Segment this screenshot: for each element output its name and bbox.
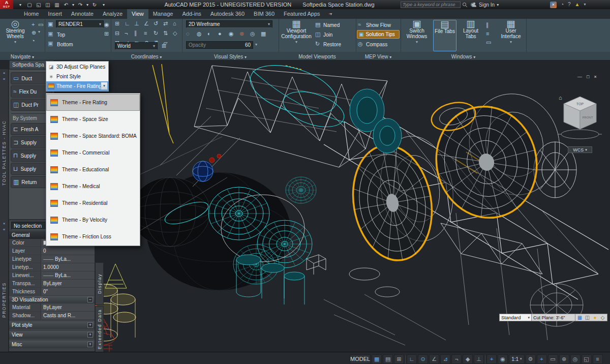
ortho-icon[interactable]: ∟ <box>407 354 417 364</box>
clean-screen-icon[interactable]: ◱ <box>582 354 592 364</box>
menu-item-3d-adjust-clip-planes[interactable]: ◪ 3D Adjust Clip Planes <box>46 62 108 72</box>
pan-icon[interactable]: + <box>32 22 35 27</box>
viewcube-top-label[interactable]: TOP <box>576 102 584 106</box>
style-wireframe-icon[interactable]: ◌ <box>186 31 190 37</box>
redo-icon[interactable]: ↷ <box>76 2 84 8</box>
magnifier-icon[interactable]: ◉ <box>104 22 109 27</box>
tab-extended-data[interactable]: Extended Data <box>95 306 104 353</box>
ucs-world-icon[interactable]: ∟ <box>125 21 130 26</box>
section-plot-style[interactable]: Plot style + <box>9 321 95 329</box>
property-row-layer[interactable]: Layer 0 <box>9 247 95 255</box>
opacity-slider[interactable]: Opacity 60 <box>186 41 253 49</box>
user-interface-button[interactable]: ▦ User Interface ▾ <box>497 20 525 51</box>
close-icon[interactable]: × <box>3 221 6 226</box>
tab-autodesk360[interactable]: Autodesk 360 <box>206 9 249 19</box>
settings-gear-icon[interactable]: ⚙ <box>526 354 536 364</box>
object-snap-tracking-icon[interactable]: ⊿ <box>440 354 450 364</box>
visual-style-combo[interactable]: 2D Wireframe▾ <box>186 20 272 28</box>
panel-label-coordinates[interactable]: Coordinates ▾ <box>111 54 182 59</box>
style-realistic-icon[interactable]: ● <box>218 31 222 37</box>
property-row-shadow[interactable]: Shadow... Casts and R... <box>9 312 95 320</box>
viewport-close-icon[interactable]: × <box>594 74 596 79</box>
tab-home[interactable]: Home <box>19 9 43 19</box>
named-viewports-button[interactable]: Named <box>323 21 340 29</box>
show-flow-button[interactable]: Show Flow <box>366 21 391 29</box>
ucs-view-icon[interactable]: ∥ <box>134 31 137 36</box>
tab-manage[interactable]: Manage <box>148 9 178 19</box>
ucs-previous-icon[interactable]: ↺ <box>154 21 158 26</box>
tool-palettes-titlebar[interactable]: × « TOOL PALETTES - HVAC <box>0 69 9 220</box>
style-xray-icon[interactable]: ⊗ <box>239 31 244 37</box>
layout-tabs-button[interactable]: ▥ Layout Tabs <box>459 20 483 51</box>
theme-item-commercial[interactable]: Theme - Commercial <box>46 144 140 161</box>
ucs-icon-diamond[interactable]: ◇ <box>173 31 177 36</box>
search-input[interactable] <box>401 2 461 8</box>
tab-addins[interactable]: Add-ins <box>177 9 205 19</box>
warning-icon[interactable]: ▲ <box>575 2 580 7</box>
style-grid-icon[interactable]: ▦ <box>261 31 266 37</box>
menu-item-point-style[interactable]: ∗ Point Style <box>46 72 108 81</box>
viewport-restore-icon[interactable]: □ <box>587 74 589 79</box>
tab-featured-apps[interactable]: Featured Apps <box>279 9 325 19</box>
grid-icon[interactable]: ▦ <box>372 354 382 364</box>
autohide-icon[interactable]: « <box>3 77 5 81</box>
render-viewport-combo[interactable]: RENDER1▾ <box>56 20 104 28</box>
section-misc[interactable]: Misc + <box>9 341 95 348</box>
dynamic-ucs-icon[interactable]: ⊥ <box>474 354 484 364</box>
style-sketchy-icon[interactable]: ◎ <box>250 31 255 37</box>
ucs-named-icon[interactable]: ≡ <box>144 31 147 36</box>
layer-display-icon[interactable]: ◫ <box>584 315 591 320</box>
redo-caret-icon[interactable]: ▾ <box>85 3 89 7</box>
cut-plane-indicator[interactable]: Cut Plane: 3'-6" <box>532 314 575 321</box>
customization-menu-icon[interactable]: ≡ <box>593 354 603 364</box>
zoom-window-icon[interactable]: ▭ <box>38 22 43 27</box>
expand-icon[interactable]: + <box>87 322 93 328</box>
ucs-combo[interactable]: World▾ <box>115 42 158 50</box>
close-icon[interactable]: × <box>3 71 6 75</box>
annotation-auto-scale-icon[interactable]: ⊕ <box>559 354 569 364</box>
bulb-icon[interactable]: ● <box>592 315 598 320</box>
viewport-configuration-button[interactable]: ▦ Viewport Configuration ▾ <box>281 20 312 51</box>
orbit-icon[interactable]: ◔ <box>32 38 35 44</box>
menu-item-theme-fire-rating-selected[interactable]: Theme - Fire Rating ▾ <box>46 81 108 91</box>
refresh-icon[interactable]: ↻ <box>90 2 99 8</box>
tab-view[interactable]: View <box>127 9 148 19</box>
steering-wheels-button[interactable]: ◎ Steering Wheels ▾ <box>2 20 28 51</box>
lock-icon[interactable]: ◇ <box>599 315 606 320</box>
ucs-updown-icon[interactable]: ⇅ <box>163 31 168 36</box>
ucs-face-icon[interactable]: ⊟ <box>115 31 119 36</box>
autohide-icon[interactable]: « <box>3 227 5 232</box>
compass-button[interactable]: Compass <box>366 41 387 48</box>
quick-properties-icon[interactable]: ◎ <box>570 354 581 364</box>
save-icon[interactable]: ◫ <box>44 2 52 8</box>
viewport-top-item[interactable]: Top <box>57 31 65 39</box>
section-view[interactable]: View + <box>9 331 95 339</box>
ucs-swap-icon[interactable]: ⇄ <box>163 21 168 26</box>
file-tabs-button[interactable]: ▤ File Tabs <box>433 20 456 51</box>
plot-icon[interactable]: ▥ <box>53 2 61 8</box>
workspace-caret-icon[interactable]: ▾ <box>16 3 24 7</box>
grid-display-icon[interactable]: ▦ <box>576 315 583 320</box>
new-file-icon[interactable]: ▢ <box>25 2 34 8</box>
viewcube-front-label[interactable]: FRONT <box>583 116 593 119</box>
tile-vertical-icon[interactable]: ∥ <box>486 22 489 28</box>
display-config-combo[interactable]: Standard ▾ <box>499 314 532 321</box>
undo-caret-icon[interactable]: ▾ <box>71 3 75 7</box>
undo-icon[interactable]: ↶ <box>62 2 70 8</box>
tab-bim360[interactable]: BIM 360 <box>249 9 279 19</box>
ucs-origin-icon[interactable]: ⊥ <box>134 21 139 26</box>
theme-item-educational[interactable]: Theme - Educational <box>46 161 140 178</box>
titlebar-caret-icon[interactable]: ▾ <box>584 3 586 7</box>
ucs-home-icon[interactable]: ⌂ <box>173 21 176 26</box>
theme-item-friction-loss[interactable]: Theme - Friction Loss <box>46 228 140 245</box>
isometric-icon[interactable]: ∠ <box>429 354 439 364</box>
tab-display[interactable]: Display <box>95 262 104 305</box>
search-icon[interactable] <box>461 2 469 8</box>
3d-osnap-icon[interactable]: ◆ <box>463 354 473 364</box>
zoom-extents-icon[interactable]: ⊕ <box>32 30 36 36</box>
theme-item-residential[interactable]: Theme - Residential <box>46 195 140 211</box>
solution-tips-button[interactable]: ▣ Solution Tips <box>357 30 400 39</box>
model-button[interactable]: MODEL <box>350 354 371 364</box>
panel-label-navigate[interactable]: Navigate ▾ <box>0 54 45 59</box>
restore-viewports-button[interactable]: Restore <box>323 41 341 48</box>
